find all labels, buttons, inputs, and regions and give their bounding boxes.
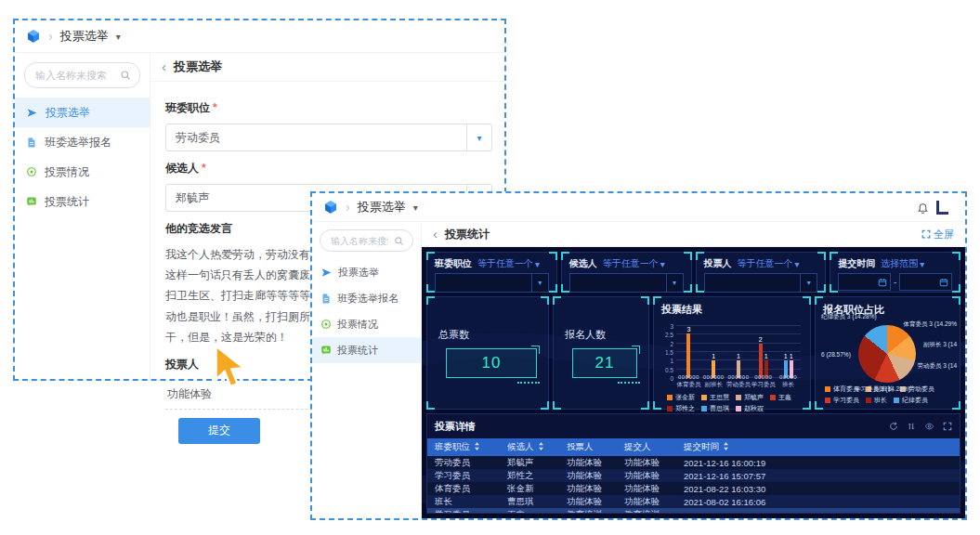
- breadcrumb-app-title[interactable]: 投票选举: [358, 199, 406, 215]
- column-header[interactable]: 提交时间: [676, 438, 780, 456]
- filter-operator[interactable]: 等于任意一个: [603, 257, 665, 270]
- legend-item[interactable]: 班长: [866, 396, 887, 405]
- filter-select[interactable]: [569, 273, 684, 293]
- table-row[interactable]: 体育委员张金新功能体验功能体验2021-08-22 16:03:30: [427, 482, 960, 495]
- required-asterisk: *: [213, 101, 217, 114]
- legend-item[interactable]: 学习委员: [825, 396, 859, 405]
- table-row[interactable]: 班长曹思琪功能体验功能体验2021-08-02 16:16:06: [427, 495, 960, 508]
- y-tick-label: 2.5: [661, 332, 673, 338]
- legend-item[interactable]: 郑性之: [667, 404, 695, 413]
- zero-value-labels: 00000: [751, 374, 776, 380]
- legend-item[interactable]: 曹思琪: [701, 404, 729, 413]
- sidebar-menu: 投票选举班委选举报名投票情况投票统计: [15, 98, 150, 216]
- sidebar-item-3[interactable]: 投票统计: [15, 187, 150, 216]
- bar[interactable]: 1: [737, 326, 740, 378]
- legend-label: 张金新: [675, 393, 695, 402]
- stat-value-box: 10: [446, 348, 537, 378]
- select-dropdown-button[interactable]: [466, 124, 491, 150]
- breadcrumb-chevron-icon: [346, 199, 350, 215]
- column-header[interactable]: 候选人: [500, 438, 559, 456]
- vote-detail-panel: 投票详情 班委职位候选人投票人提交人提交时间劳动委员郑毓声功能体验功能体验202…: [426, 413, 960, 514]
- breadcrumb-app-title[interactable]: 投票选举: [60, 28, 109, 45]
- back-icon[interactable]: [162, 59, 166, 75]
- refresh-icon[interactable]: [889, 418, 898, 435]
- bar[interactable]: 1: [712, 326, 715, 378]
- bell-icon[interactable]: [917, 202, 929, 214]
- sidebar-item-label: 班委选举报名: [45, 135, 111, 150]
- eye-icon[interactable]: [924, 418, 934, 435]
- calendar-icon[interactable]: [939, 274, 948, 291]
- stat-value-box: 21: [572, 348, 637, 378]
- table-cell: 功能体验: [617, 469, 676, 482]
- dashboard-window-header: 投票选举: [312, 193, 965, 222]
- legend-item[interactable]: 王思慧: [701, 393, 729, 402]
- pie-callout-label: 6 (28.57%): [821, 351, 851, 358]
- bar[interactable]: 2: [759, 326, 763, 378]
- required-asterisk: *: [202, 162, 206, 175]
- y-tick-label: 1.5: [661, 349, 673, 356]
- date-separator: -: [894, 277, 896, 287]
- legend-item[interactable]: 赵秋霞: [736, 404, 764, 413]
- filter-select[interactable]: [435, 273, 549, 293]
- sidebar-item-0[interactable]: 投票选举: [15, 98, 150, 127]
- pie-callout-label: 体育委员 3 (14.29%: [904, 320, 957, 329]
- stat-label: 总票数: [438, 328, 537, 342]
- select-dropdown-button[interactable]: [800, 274, 817, 292]
- legend-swatch: [894, 398, 899, 403]
- legend-label: 曹思琪: [710, 404, 729, 413]
- target-icon: [320, 319, 332, 330]
- back-icon[interactable]: [433, 226, 438, 242]
- bar[interactable]: 1: [764, 326, 768, 378]
- expand-icon[interactable]: [943, 418, 952, 435]
- select-dropdown-button[interactable]: [666, 274, 683, 292]
- search-icon[interactable]: [394, 236, 404, 246]
- filter-1: 候选人 等于任意一个: [561, 252, 692, 293]
- submit-button[interactable]: 提交: [178, 418, 260, 444]
- chevron-down-icon[interactable]: [116, 32, 121, 42]
- search-icon[interactable]: [120, 70, 131, 81]
- sidebar-item-2[interactable]: 投票情况: [312, 311, 421, 337]
- legend-item[interactable]: 郑毓声: [736, 393, 764, 402]
- filter-operator[interactable]: 等于任意一个: [477, 257, 540, 270]
- sidebar: 投票选举班委选举报名投票情况投票统计: [312, 222, 422, 518]
- legend-item[interactable]: 王鑫: [770, 393, 791, 402]
- corner-bracket: [653, 401, 661, 410]
- table-cell: 功能体验: [617, 482, 676, 495]
- bar[interactable]: 1: [784, 326, 788, 378]
- search-input[interactable]: [329, 235, 390, 247]
- table-cell-filler: [780, 482, 960, 495]
- corner-bracket: [952, 401, 960, 410]
- column-header[interactable]: 班委职位: [427, 438, 500, 456]
- sidebar-item-1[interactable]: 班委选举报名: [15, 127, 150, 157]
- legend-item[interactable]: 纪律委员: [894, 396, 928, 405]
- sidebar-item-1[interactable]: 班委选举报名: [312, 285, 421, 311]
- clock-icon[interactable]: [936, 201, 948, 215]
- bar[interactable]: 3: [686, 326, 690, 378]
- position-select[interactable]: 劳动委员: [165, 124, 492, 151]
- sidebar-item-3[interactable]: 投票统计: [312, 337, 421, 363]
- legend-item[interactable]: 张金新: [667, 393, 695, 402]
- table-row[interactable]: 学习委员郑性之功能体验功能体验2021-12-16 15:07:57: [427, 469, 960, 482]
- fullscreen-button[interactable]: 全屏: [921, 228, 954, 241]
- sort-arrows-icon[interactable]: [907, 418, 916, 435]
- bar-value-label: 1: [784, 353, 788, 359]
- chevron-down-icon[interactable]: [413, 202, 418, 213]
- select-dropdown-button[interactable]: [531, 274, 548, 292]
- table-cell-filler: [780, 469, 960, 482]
- filter-operator[interactable]: 等于任意一个: [738, 257, 800, 270]
- table-row[interactable]: 劳动委员郑毓声功能体验功能体验2021-12-16 16:00:19: [427, 456, 960, 469]
- table-row[interactable]: 学习委员王鑫教育培训教育培训2021-02-18 14:56:28: [427, 508, 960, 514]
- date-end-input[interactable]: [899, 273, 952, 291]
- filter-operator[interactable]: 选择范围: [881, 257, 924, 270]
- filter-2: 投票人 等于任意一个: [696, 252, 827, 293]
- bar[interactable]: 1: [790, 326, 793, 378]
- sidebar-item-2[interactable]: 投票情况: [15, 157, 150, 187]
- chart-icon: [320, 345, 332, 356]
- filter-select[interactable]: [704, 273, 818, 293]
- table-cell: 教育培训: [617, 508, 676, 514]
- date-start-input[interactable]: [838, 273, 891, 291]
- x-axis-label: 体育委员: [676, 381, 701, 389]
- sidebar-item-0[interactable]: 投票选举: [312, 259, 421, 285]
- search-input[interactable]: [33, 69, 116, 82]
- calendar-icon[interactable]: [878, 274, 887, 291]
